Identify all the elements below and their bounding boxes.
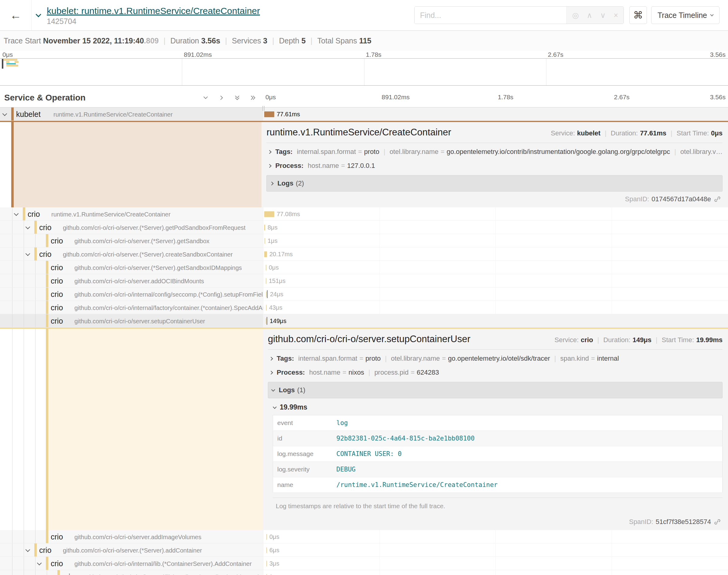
deep-link-icon[interactable] <box>714 196 721 202</box>
span-detail-panel: runtime.v1.RuntimeService/CreateContaine… <box>0 121 728 207</box>
span-row-name-cell[interactable]: criogithub.com/cri-o/cri-o/internal/lib.… <box>0 557 263 570</box>
span-row-name-cell[interactable]: criogithub.com/cri-o/cri-o/internal/lib/… <box>0 570 263 575</box>
expand-chevron-icon[interactable] <box>37 561 42 566</box>
meta-separator: | <box>597 336 599 344</box>
span-row-timeline-cell[interactable]: 77.08ms <box>263 207 728 221</box>
span-bar[interactable] <box>265 238 265 244</box>
span-row-name-cell[interactable]: criogithub.com/cri-o/cri-o/server.(*Serv… <box>0 247 263 261</box>
span-row-timeline-cell[interactable]: 3μs <box>263 557 728 570</box>
span-row-timeline-cell[interactable]: 20.17ms <box>263 247 728 261</box>
span-row[interactable]: criogithub.com/cri-o/cri-o/internal/lib/… <box>0 570 728 575</box>
collapse-one-icon[interactable] <box>202 94 209 101</box>
log-field-value: log <box>332 415 723 431</box>
span-bar[interactable] <box>266 278 266 284</box>
detail-divider <box>268 349 723 350</box>
logs-accordion[interactable]: Logs(2) <box>266 175 723 192</box>
span-row-name-cell[interactable]: criogithub.com/cri-o/cri-o/server.(*Serv… <box>0 261 263 274</box>
span-row-name-cell[interactable]: criogithub.com/cri-o/cri-o/server.(*Serv… <box>0 234 263 247</box>
span-bar[interactable] <box>264 211 274 217</box>
span-row-timeline-cell[interactable]: 6μs <box>263 543 728 557</box>
expand-chevron-icon[interactable] <box>14 211 19 216</box>
span-row-name-cell[interactable]: criogithub.com/cri-o/cri-o/server.addIma… <box>0 530 263 543</box>
clear-icon[interactable]: × <box>614 11 618 20</box>
expand-one-icon[interactable] <box>218 94 225 101</box>
tag-value: nixos <box>349 369 364 376</box>
span-row-name-cell[interactable]: criogithub.com/cri-o/cri-o/server.(*Serv… <box>0 543 263 557</box>
keyboard-shortcuts-button[interactable]: ⌘ <box>629 6 647 24</box>
meta-separator: | <box>671 129 672 137</box>
trace-title-link[interactable]: kubelet: runtime.v1.RuntimeService/Creat… <box>47 6 260 16</box>
logs-accordion[interactable]: Logs(1) <box>268 382 723 398</box>
chevron-down-icon <box>273 405 277 409</box>
span-row[interactable]: criogithub.com/cri-o/cri-o/server.addIma… <box>0 530 728 543</box>
span-row-timeline-cell[interactable]: 0μs <box>263 530 728 543</box>
collapse-all-icon[interactable] <box>234 94 240 101</box>
process-accordion[interactable]: Process:host.name=nixos|process.pid=6242… <box>268 366 723 379</box>
span-duration-label: 20.17ms <box>269 251 293 258</box>
span-row[interactable]: criogithub.com/cri-o/cri-o/server.(*Serv… <box>0 234 728 247</box>
span-bar[interactable] <box>266 547 267 553</box>
summary-item: Trace Start November 15 2022, 11:19:40.8… <box>4 36 159 45</box>
service-color-bar <box>57 570 60 575</box>
trace-view-selector[interactable]: Trace Timeline <box>651 6 720 24</box>
span-bar[interactable] <box>264 111 274 117</box>
span-row[interactable]: criogithub.com/cri-o/cri-o/internal/lib.… <box>0 557 728 570</box>
expand-chevron-icon[interactable] <box>26 225 30 230</box>
span-row[interactable]: criogithub.com/cri-o/cri-o/internal/conf… <box>0 288 728 301</box>
span-bar[interactable] <box>264 225 265 230</box>
service-name: crio <box>51 277 63 285</box>
prev-result-icon[interactable]: ∧ <box>587 11 592 20</box>
span-row[interactable]: criogithub.com/cri-o/cri-o/server.setupC… <box>0 314 728 328</box>
span-row[interactable]: criogithub.com/cri-o/cri-o/server.(*Serv… <box>0 221 728 234</box>
expand-chevron-icon[interactable] <box>26 547 30 552</box>
process-accordion[interactable]: Process:host.name=127.0.0.1 <box>266 159 723 173</box>
span-row-timeline-cell[interactable]: 8μs <box>263 221 728 234</box>
span-row-name-cell[interactable]: criogithub.com/cri-o/cri-o/server.addOCI… <box>0 274 263 288</box>
minimap-canvas[interactable] <box>0 58 728 86</box>
tags-accordion[interactable]: Tags:internal.span.format=proto|otel.lib… <box>268 351 723 366</box>
span-row-name-cell[interactable]: kubeletruntime.v1.RuntimeService/CreateC… <box>0 107 263 121</box>
span-row-timeline-cell[interactable]: 1μs <box>263 234 728 247</box>
span-bar[interactable] <box>266 305 267 311</box>
span-bar[interactable] <box>266 534 267 540</box>
span-row-name-cell[interactable]: criogithub.com/cri-o/cri-o/internal/fact… <box>0 301 263 314</box>
span-row[interactable]: criogithub.com/cri-o/cri-o/server.addOCI… <box>0 274 728 288</box>
span-row[interactable]: crioruntime.v1.RuntimeService/CreateCont… <box>0 207 728 221</box>
span-row-timeline-cell[interactable]: 151μs <box>263 274 728 288</box>
tag-separator: | <box>368 369 370 376</box>
span-bar[interactable] <box>266 292 267 297</box>
deep-link-icon[interactable] <box>714 518 721 525</box>
span-row-name-cell[interactable]: criogithub.com/cri-o/cri-o/server.setupC… <box>0 314 263 328</box>
log-entry-toggle[interactable]: 19.99ms <box>273 398 723 415</box>
span-row-timeline-cell[interactable]: 0μs <box>263 261 728 274</box>
span-row-timeline-cell[interactable]: 0μs <box>263 570 728 575</box>
span-row[interactable]: criogithub.com/cri-o/cri-o/server.(*Serv… <box>0 543 728 557</box>
span-row-timeline-cell[interactable]: 24μs <box>263 288 728 301</box>
expand-all-icon[interactable] <box>250 94 256 101</box>
expand-chevron-icon[interactable] <box>2 111 7 116</box>
span-row-name-cell[interactable]: criogithub.com/cri-o/cri-o/internal/conf… <box>0 288 263 301</box>
span-row-name-cell[interactable]: crioruntime.v1.RuntimeService/CreateCont… <box>0 207 263 221</box>
back-button[interactable]: ← <box>0 0 32 30</box>
span-bar[interactable] <box>264 251 267 257</box>
span-bar[interactable] <box>266 318 266 324</box>
tag-key: otel.library.name <box>390 148 438 156</box>
span-bar[interactable] <box>266 561 267 567</box>
span-row[interactable]: kubeletruntime.v1.RuntimeService/CreateC… <box>0 107 728 121</box>
column-resizer[interactable] <box>262 106 265 111</box>
span-row[interactable]: criogithub.com/cri-o/cri-o/server.(*Serv… <box>0 261 728 274</box>
span-row[interactable]: criogithub.com/cri-o/cri-o/internal/fact… <box>0 301 728 314</box>
locate-icon[interactable]: ◎ <box>572 11 579 20</box>
span-row[interactable]: criogithub.com/cri-o/cri-o/server.(*Serv… <box>0 247 728 261</box>
next-result-icon[interactable]: ∨ <box>600 11 606 20</box>
tags-accordion[interactable]: Tags:internal.span.format=proto|otel.lib… <box>266 145 723 159</box>
expand-chevron-icon[interactable] <box>26 251 30 256</box>
find-input[interactable] <box>415 7 566 24</box>
equals-sign: = <box>442 354 446 362</box>
trace-collapse-toggle[interactable] <box>32 0 45 30</box>
span-row-timeline-cell[interactable]: 77.61ms <box>263 107 728 121</box>
span-row-timeline-cell[interactable]: 149μs <box>263 314 728 328</box>
span-bar[interactable] <box>266 265 266 270</box>
span-row-timeline-cell[interactable]: 43μs <box>263 301 728 314</box>
span-row-name-cell[interactable]: criogithub.com/cri-o/cri-o/server.(*Serv… <box>0 221 263 234</box>
